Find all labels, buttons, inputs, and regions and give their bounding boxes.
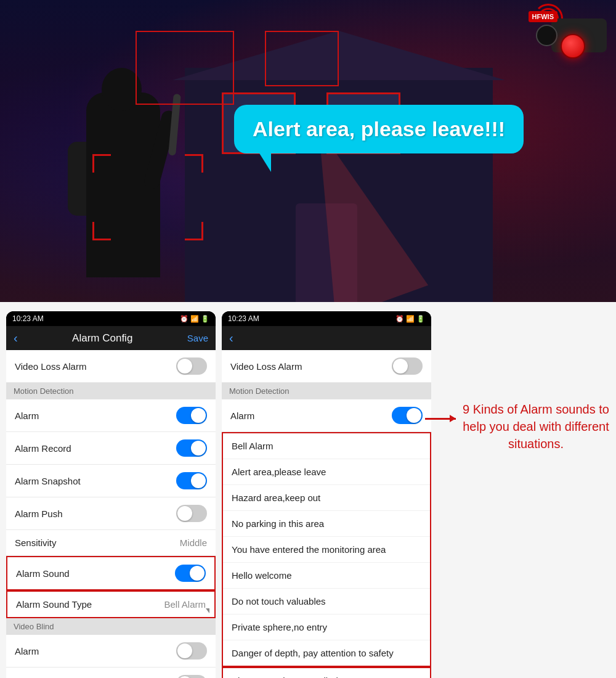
phone-content-left: Video Loss Alarm Motion Detection Alarm … — [6, 350, 216, 678]
sensitivity-row: Sensitivity Middle — [6, 530, 216, 556]
dropdown-item-monitoring[interactable]: You have entered the monitoring area — [223, 537, 430, 563]
dropdown-item-touch[interactable]: Do not touch valuables — [223, 589, 430, 615]
alarm-sound-dropdown[interactable]: Bell Alarm Alert area,please leave Hazar… — [222, 432, 431, 667]
right-alarm-label: Alarm — [230, 410, 254, 421]
alarm-sound-type-row-left[interactable]: Alarm Sound Type Bell Alarm — [6, 590, 216, 618]
toggle-knob — [191, 441, 206, 455]
detection-box-2 — [265, 31, 339, 86]
corner-tl — [92, 154, 111, 173]
video-loss-alarm-label: Video Loss Alarm — [15, 361, 86, 372]
camera-lens — [536, 25, 557, 46]
phones-section: 10:23 AM ⏰ 📶 🔋 ‹ Alarm Config Save Video… — [0, 302, 616, 678]
right-bg-label-1: Video Loss Alarm — [230, 361, 302, 372]
alarm-toggle[interactable] — [176, 407, 207, 424]
alarm-push-label: Alarm Push — [15, 508, 63, 519]
alarm-sound-type-label: Alarm Sound Type — [16, 599, 92, 610]
dropdown-item-private[interactable]: Private sphere,no entry — [223, 615, 430, 640]
video-loss-toggle[interactable] — [176, 357, 207, 375]
hero-section: Alert area, please leave!!! HFWIS — [0, 0, 616, 302]
motion-detection-section: Motion Detection — [6, 383, 216, 399]
speech-bubble-text: Alert area, please leave!!! — [253, 117, 505, 141]
alarm-record-label: Alarm Record — [15, 443, 71, 454]
phone-content-right: Video Loss Alarm Motion Detection Alarm … — [222, 350, 431, 678]
alarm-snapshot-label: Alarm Snapshot — [15, 476, 81, 486]
toggle-knob — [177, 359, 192, 374]
phone-left: 10:23 AM ⏰ 📶 🔋 ‹ Alarm Config Save Video… — [6, 311, 216, 678]
alarm-snapshot-row: Alarm Snapshot — [6, 465, 216, 497]
alarm-label: Alarm — [15, 410, 39, 421]
toggle-knob — [177, 643, 192, 658]
right-alarm-toggle[interactable] — [392, 407, 423, 424]
back-button-right[interactable]: ‹ — [229, 331, 233, 345]
alarm-push-toggle[interactable] — [176, 505, 207, 522]
toggle-knob — [191, 473, 206, 488]
motion-detection-label: Motion Detection — [14, 386, 74, 396]
side-annotation: 9 Kinds of Alarm sounds to help you deal… — [462, 401, 610, 452]
alarm-sound-type-row-right[interactable]: Alarm Sound Type Bell Alarm — [222, 667, 431, 678]
dropdown-item-danger[interactable]: Danger of depth, pay attention to safety — [223, 640, 430, 666]
alarm-record-row-left: Alarm Record — [6, 432, 216, 465]
alarm-push-row: Alarm Push — [6, 497, 216, 530]
alarm-light — [561, 34, 588, 62]
dropdown-item-hazard[interactable]: Hazard area,keep out — [223, 485, 430, 511]
alarm-sound-toggle[interactable] — [175, 565, 206, 582]
video-blind-alarm-record-toggle-left[interactable] — [176, 675, 207, 678]
corner-br — [185, 222, 203, 240]
corner-tr — [185, 154, 203, 173]
alarm-sound-type-value: Bell Alarm — [164, 599, 206, 610]
phone-header-right: ‹ — [222, 326, 431, 350]
sensitivity-value: Middle — [180, 537, 207, 548]
toggle-knob — [191, 408, 206, 423]
video-blind-label-left: Video Blind — [14, 622, 54, 631]
back-button-left[interactable]: ‹ — [14, 331, 18, 345]
status-time-left: 10:23 AM — [12, 314, 44, 323]
right-bg-alarm: Alarm — [222, 399, 431, 432]
toggle-knob — [190, 566, 205, 581]
phone-right: 10:23 AM ⏰ 📶 🔋 ‹ Video Loss Alarm Motion… — [222, 311, 431, 678]
alarm-sound-label: Alarm Sound — [16, 568, 70, 579]
toggle-knob — [393, 359, 408, 374]
right-motion-section: Motion Detection — [222, 383, 431, 399]
speech-bubble: Alert area, please leave!!! — [234, 105, 524, 153]
dropdown-item-bell[interactable]: Bell Alarm — [223, 433, 430, 459]
alarm-light-body — [561, 34, 585, 59]
toggle-knob — [177, 506, 192, 521]
corner-bl — [92, 222, 111, 240]
status-bar-right: 10:23 AM ⏰ 📶 🔋 — [222, 311, 431, 326]
video-blind-alarm-label-left: Alarm — [15, 646, 39, 656]
video-blind-alarm-record-row-left: Alarm Record — [6, 668, 216, 678]
status-bar-left: 10:23 AM ⏰ 📶 🔋 — [6, 311, 216, 326]
annotation-arrow — [425, 418, 456, 420]
brand-logo: HFWIS — [529, 11, 557, 22]
detection-corner-box — [92, 154, 203, 240]
save-button-left[interactable]: Save — [187, 333, 208, 343]
alarm-sound-row: Alarm Sound — [6, 556, 216, 590]
right-bg-row-1: Video Loss Alarm — [222, 350, 431, 383]
detection-box-1 — [136, 31, 234, 105]
dropdown-item-alert[interactable]: Alert area,please leave — [223, 459, 430, 485]
alarm-record-toggle[interactable] — [176, 439, 207, 457]
right-bg-toggle-1[interactable] — [392, 357, 423, 375]
status-icons-right: ⏰ 📶 🔋 — [395, 315, 425, 323]
video-blind-alarm-toggle-left[interactable] — [176, 642, 207, 660]
alarm-sound-type-label-right: Alarm Sound Type — [232, 676, 307, 678]
dropdown-indicator-icon — [206, 608, 209, 613]
alarm-row-left: Alarm — [6, 399, 216, 432]
right-motion-label: Motion Detection — [229, 386, 290, 396]
video-loss-alarm-row: Video Loss Alarm — [6, 350, 216, 383]
video-blind-section-left: Video Blind — [6, 618, 216, 635]
annotation-text: 9 Kinds of Alarm sounds to help you deal… — [463, 402, 609, 451]
phone-header-left: ‹ Alarm Config Save — [6, 326, 216, 350]
sensitivity-label: Sensitivity — [15, 537, 57, 548]
alarm-sound-type-value-right: Bell Alarm — [312, 676, 354, 678]
alarm-snapshot-toggle[interactable] — [176, 472, 207, 489]
status-time-right: 10:23 AM — [228, 314, 259, 323]
dropdown-item-welcome[interactable]: Hello welcome — [223, 563, 430, 589]
video-blind-alarm-row-left: Alarm — [6, 635, 216, 668]
header-title-left: Alarm Config — [72, 332, 132, 345]
dropdown-item-parking[interactable]: No parking in this area — [223, 511, 430, 537]
status-icons-left: ⏰ 📶 🔋 — [180, 315, 209, 323]
